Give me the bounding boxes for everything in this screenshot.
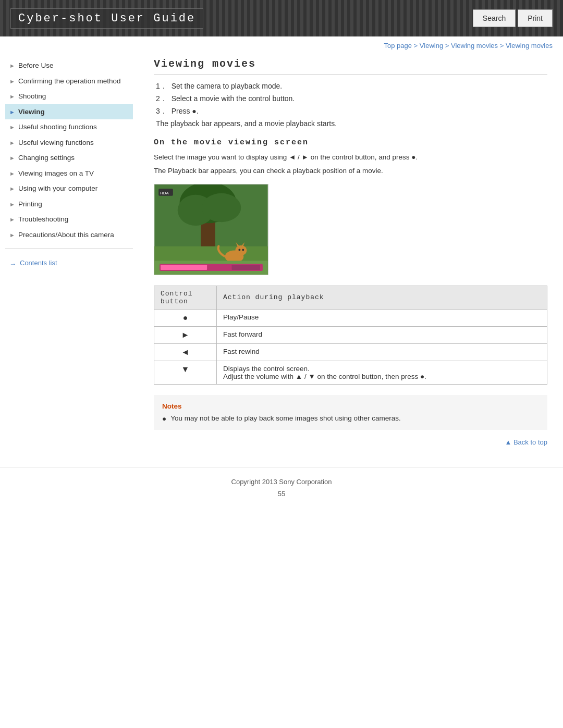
page-title: Viewing movies [154, 58, 547, 75]
notes-section: Notes ● You may not be able to play back… [154, 395, 547, 430]
main-layout: ► Before Use ► Confirming the operation … [0, 53, 563, 462]
button-down: ▼ [154, 361, 217, 384]
sidebar-item-shooting[interactable]: ► Shooting [5, 89, 133, 104]
copyright-text: Copyright 2013 Sony Corporation [0, 478, 563, 486]
arrow-icon-viewing-tv: ► [9, 170, 15, 177]
sidebar-item-viewing-tv[interactable]: ► Viewing images on a TV [5, 166, 133, 181]
arrow-icon-troubleshooting: ► [9, 216, 15, 223]
table-header-action: Action during playback [217, 286, 547, 309]
breadcrumb-current[interactable]: Viewing movies [506, 42, 553, 50]
sidebar-item-using-computer[interactable]: ► Using with your computer [5, 181, 133, 196]
svg-point-11 [242, 249, 244, 251]
steps-list: 1． Set the camera to playback mode. 2． S… [154, 82, 547, 128]
footer: Copyright 2013 Sony Corporation 55 [0, 467, 563, 513]
print-button[interactable]: Print [518, 9, 553, 27]
table-row: ◄ Fast rewind [154, 343, 547, 361]
breadcrumb-top[interactable]: Top page [384, 42, 412, 50]
step-2: 2． Select a movie with the control butto… [154, 94, 547, 104]
step-3-note: The playback bar appears, and a movie pl… [154, 119, 547, 128]
table-header-button: Control button [154, 286, 217, 309]
movie-image-svg: HDA [154, 184, 268, 275]
sidebar-item-confirming[interactable]: ► Confirming the operation method [5, 73, 133, 89]
contents-list-link[interactable]: Contents list [5, 254, 133, 272]
table-row: ▼ Displays the control screen. Adjust th… [154, 361, 547, 384]
back-to-top: ▲ Back to top [154, 438, 547, 446]
arrow-icon-shooting: ► [9, 93, 15, 100]
header: Cyber-shot User Guide Search Print [0, 0, 563, 36]
app-title: Cyber-shot User Guide [10, 8, 203, 29]
sidebar-item-changing-settings[interactable]: ► Changing settings [5, 150, 133, 166]
svg-point-4 [202, 193, 241, 221]
action-play-pause: Play/Pause [217, 309, 547, 326]
page-number: 55 [0, 490, 563, 498]
arrow-icon-before-use: ► [9, 62, 15, 69]
sidebar-item-viewing[interactable]: ► Viewing [5, 104, 133, 120]
breadcrumb-viewing-movies[interactable]: Viewing movies [451, 42, 498, 50]
arrow-icon-precautions: ► [9, 231, 15, 239]
step-3: 3． Press ●. [154, 107, 547, 116]
svg-rect-17 [232, 265, 260, 270]
arrow-icon-changing-settings: ► [9, 154, 15, 162]
breadcrumb-viewing[interactable]: Viewing [420, 42, 443, 50]
button-forward: ► [154, 326, 217, 343]
sidebar-item-useful-viewing[interactable]: ► Useful viewing functions [5, 135, 133, 151]
sidebar-item-troubleshooting[interactable]: ► Troubleshooting [5, 212, 133, 227]
sidebar-item-printing[interactable]: ► Printing [5, 196, 133, 212]
back-to-top-link[interactable]: ▲ Back to top [505, 438, 547, 446]
button-rewind: ◄ [154, 343, 217, 361]
action-forward: Fast forward [217, 326, 547, 343]
header-buttons: Search Print [473, 9, 553, 27]
sidebar-item-useful-shooting[interactable]: ► Useful shooting functions [5, 119, 133, 135]
arrow-icon-useful-shooting: ► [9, 124, 15, 131]
table-row: ● Play/Pause [154, 309, 547, 326]
content-area: Viewing movies 1． Set the camera to play… [138, 58, 563, 456]
sidebar-divider [5, 248, 133, 249]
notes-title: Notes [162, 402, 539, 410]
notes-bullet-icon: ● [162, 415, 166, 423]
svg-point-7 [235, 245, 247, 255]
description-1: Select the image you want to display usi… [154, 152, 547, 163]
description-2: The Playback bar appears, you can check … [154, 166, 547, 176]
arrow-icon-useful-viewing: ► [9, 139, 15, 146]
notes-item: ● You may not be able to play back some … [162, 414, 539, 423]
search-button[interactable]: Search [473, 9, 516, 27]
arrow-icon-printing: ► [9, 201, 15, 208]
arrow-icon-viewing: ► [9, 108, 15, 116]
control-table: Control button Action during playback ● … [154, 286, 547, 385]
section-heading: On the movie viewing screen [154, 138, 547, 147]
table-row: ► Fast forward [154, 326, 547, 343]
arrow-icon-confirming: ► [9, 78, 15, 85]
svg-text:HDA: HDA [160, 190, 169, 195]
sidebar: ► Before Use ► Confirming the operation … [0, 58, 138, 456]
sidebar-item-precautions[interactable]: ► Precautions/About this camera [5, 227, 133, 243]
sidebar-item-before-use[interactable]: ► Before Use [5, 58, 133, 73]
svg-point-10 [238, 249, 240, 251]
movie-screenshot: HDA [154, 184, 268, 275]
action-rewind: Fast rewind [217, 343, 547, 361]
arrow-right-icon [9, 260, 18, 265]
button-play-pause: ● [154, 309, 217, 326]
step-1: 1． Set the camera to playback mode. [154, 82, 547, 91]
action-down: Displays the control screen. Adjust the … [217, 361, 547, 384]
svg-rect-16 [161, 265, 207, 270]
breadcrumb: Top page > Viewing > Viewing movies > Vi… [0, 36, 563, 53]
arrow-icon-using-computer: ► [9, 185, 15, 192]
